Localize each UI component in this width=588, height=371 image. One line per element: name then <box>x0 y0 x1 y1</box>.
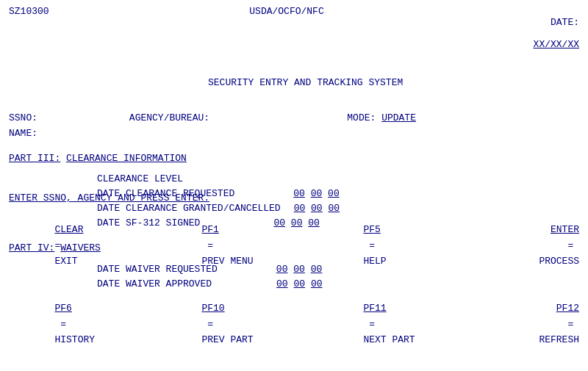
clear-key[interactable]: CLEAR <box>54 224 83 235</box>
enter-key[interactable]: ENTER <box>551 224 579 235</box>
pf1-key[interactable]: PF1 <box>201 224 218 235</box>
pf5-binding: PF5 = HELP <box>318 206 450 285</box>
clear-binding: CLEAR = EXIT <box>9 206 156 285</box>
clearance-level-row: CLEARANCE LEVEL <box>9 172 579 187</box>
part3-label: PART III: <box>9 151 60 166</box>
pf11-binding: PF11 = NEXT PART <box>318 285 450 364</box>
header-date: DATE: XX/XX/XX <box>476 6 579 61</box>
pf5-eq: = <box>363 240 380 251</box>
name-row: NAME: <box>9 126 579 141</box>
pf12-key[interactable]: PF12 <box>556 303 579 314</box>
footer-row2: PF6 = HISTORY PF10 = PREV PART PF11 = NE… <box>9 285 579 364</box>
pf1-val: PREV MENU <box>201 256 253 267</box>
part3-title: CLEARANCE INFORMATION <box>66 151 187 166</box>
system-id: SZ10300 <box>9 6 97 61</box>
pf11-val: NEXT PART <box>363 334 415 345</box>
clear-val: EXIT <box>54 256 77 267</box>
clear-eq: = <box>54 240 60 251</box>
pf6-val: HISTORY <box>54 334 95 345</box>
pf5-val: HELP <box>363 256 386 267</box>
pf12-val: REFRESH <box>539 334 579 345</box>
screen: SZ10300 USDA/OCFO/NFC DATE: XX/XX/XX SEC… <box>9 6 579 365</box>
enter-val: PROCESS <box>539 256 579 267</box>
pf6-key[interactable]: PF6 <box>54 303 71 314</box>
name-label: NAME: <box>9 126 37 141</box>
date-label: DATE: <box>551 17 579 28</box>
part3-header: PART III: CLEARANCE INFORMATION <box>9 151 579 166</box>
pf6-binding: PF6 = HISTORY <box>9 285 156 364</box>
mode-label: MODE: <box>347 111 376 126</box>
enter-instruction: ENTER SSNO, AGENCY AND PRESS ENTER. <box>9 191 209 206</box>
header-subtitle: SECURITY ENTRY AND TRACKING SYSTEM <box>208 77 403 88</box>
pf10-key[interactable]: PF10 <box>201 303 224 314</box>
enter-binding: ENTER = PROCESS <box>462 206 579 285</box>
header-title: USDA/OCFO/NFC <box>97 6 476 61</box>
pf1-binding: PF1 = PREV MENU <box>156 206 318 285</box>
pf6-eq: = <box>54 319 71 330</box>
pf5-key[interactable]: PF5 <box>363 224 380 235</box>
date-value: XX/XX/XX <box>534 39 579 50</box>
pf1-eq: = <box>201 240 218 251</box>
ssno-row: SSNO: AGENCY/BUREAU: MODE: UPDATE <box>9 111 579 126</box>
enter-eq: = <box>562 240 579 251</box>
pf10-binding: PF10 = PREV PART <box>156 285 318 364</box>
pf12-binding: PF12 = REFRESH <box>462 285 579 364</box>
agency-label: AGENCY/BUREAU: <box>129 111 209 126</box>
footer-row1: CLEAR = EXIT PF1 = PREV MENU PF5 = HELP … <box>9 206 579 285</box>
footer-instruction-row: ENTER SSNO, AGENCY AND PRESS ENTER. <box>9 191 579 206</box>
clearance-level-label: CLEARANCE LEVEL <box>97 172 183 187</box>
footer: ENTER SSNO, AGENCY AND PRESS ENTER. CLEA… <box>9 191 579 364</box>
ssno-label: SSNO: <box>9 111 37 126</box>
pf10-val: PREV PART <box>201 334 253 345</box>
pf11-eq: = <box>363 319 380 330</box>
pf12-eq: = <box>562 319 579 330</box>
mode-value: UPDATE <box>381 111 416 126</box>
pf10-eq: = <box>201 319 218 330</box>
header-subtitle-row: SECURITY ENTRY AND TRACKING SYSTEM <box>9 61 579 105</box>
pf11-key[interactable]: PF11 <box>363 303 386 314</box>
header-row1: SZ10300 USDA/OCFO/NFC DATE: XX/XX/XX <box>9 6 579 61</box>
